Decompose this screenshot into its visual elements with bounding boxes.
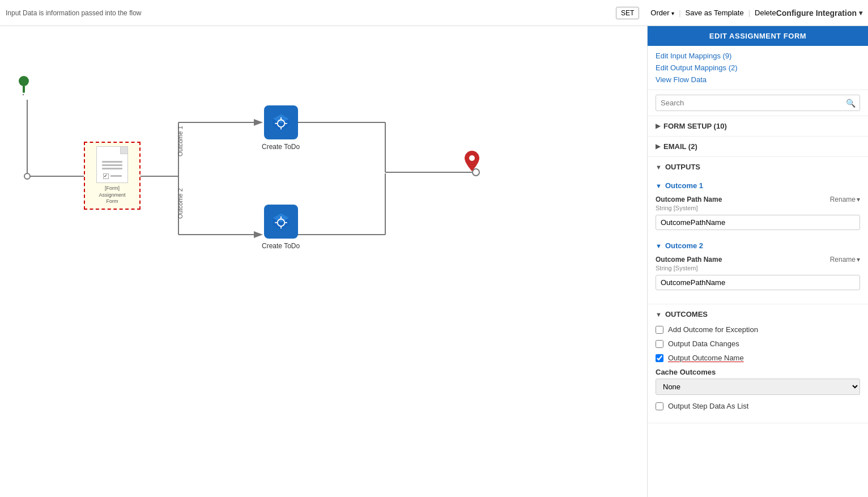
outputs-header[interactable]: ▼ OUTPUTS [648,157,868,177]
info-text: Input Data is information passed into th… [6,9,612,17]
form-check-line [110,175,122,177]
edit-input-mappings-link[interactable]: Edit Input Mappings (9) [656,52,860,60]
outcome-1-rename-chevron-icon: ▾ [857,196,860,203]
email-header[interactable]: ▶ EMAIL (2) [648,137,868,156]
outcome-2-header: ▼ Outcome 2 [656,241,860,250]
email-title: EMAIL (2) [663,142,860,151]
start-pin [18,76,29,95]
svg-text:Outcome 2: Outcome 2 [177,188,184,219]
add-outcome-exception-row: Add Outcome for Exception [656,325,860,334]
form-node-checkbox-area: ✓ [103,173,122,179]
top-bar: Input Data is information passed into th… [0,0,868,26]
right-panel: EDIT ASSIGNMENT FORM Edit Input Mappings… [647,26,868,497]
view-flow-data-link[interactable]: View Flow Data [656,75,860,84]
outcome-1-field-sublabel: String [System] [656,205,722,211]
outcome-2-rename-chevron-icon: ▾ [857,256,860,264]
svg-point-35 [469,155,475,161]
outputs-content: ▼ Outcome 1 Outcome Path Name String [Sy… [648,181,868,304]
form-line-2 [102,164,122,166]
end-pin-marker [463,150,480,172]
cache-outcomes-label: Cache Outcomes [656,368,860,376]
outcome-1-field-label: Outcome Path Name [656,196,722,203]
outcome-1-header: ▼ Outcome 1 [656,181,860,190]
outcome-2-field-label: Outcome Path Name [656,256,722,264]
outcome-2-field-row: Outcome Path Name String [System] Rename… [656,256,860,274]
cache-outcomes-select[interactable]: None Session Permanent [656,379,860,395]
search-box: 🔍 [648,90,868,116]
output-step-data-row: Output Step Data As List [656,402,860,410]
create-todo-node-2[interactable]: Create ToDo [262,205,300,250]
output-data-changes-label: Output Data Changes [668,339,739,348]
outputs-chevron-icon: ▼ [656,164,662,171]
flow-connections: Outcome 1 Outcome 2 [0,26,647,497]
outcomes-section: ▼ OUTCOMES Add Outcome for Exception Out… [648,304,868,423]
svg-point-2 [24,173,30,179]
form-line-1 [102,161,122,163]
form-setup-chevron-icon: ▶ [656,122,660,130]
configure-chevron-icon: ▾ [859,9,862,17]
outcome-2-title[interactable]: Outcome 2 [665,241,860,250]
output-step-data-label: Output Step Data As List [668,402,748,410]
email-chevron-icon: ▶ [656,143,660,150]
edit-output-mappings-link[interactable]: Edit Output Mappings (2) [656,63,860,72]
search-icon: 🔍 [846,99,856,108]
form-node-label: [Form]AssignmentForm [99,185,125,205]
output-outcome-name-row: Output Outcome Name [656,354,860,362]
add-outcome-exception-label: Add Outcome for Exception [668,325,758,334]
outputs-title: OUTPUTS [665,163,860,171]
form-setup-title: FORM SETUP (10) [663,122,860,130]
outcome-2-rename-link[interactable]: Rename ▾ [830,256,860,264]
configure-integration-dropdown[interactable]: Configure Integration ▾ [776,9,862,18]
end-pin [463,150,480,174]
cube-icon-2 [271,211,291,232]
delete-link[interactable]: Delete [755,9,776,17]
main-layout: Outcome 1 Outcome 2 ✓ [0,26,868,497]
set-button[interactable]: SET [616,7,639,19]
add-outcome-exception-checkbox[interactable] [656,326,663,334]
outcome-1-path-input[interactable] [656,215,860,230]
todo-2-label: Create ToDo [262,242,300,250]
outcomes-section-header[interactable]: ▼ OUTCOMES [656,310,860,318]
form-setup-section: ▶ FORM SETUP (10) [648,116,868,137]
outcome-1-field-row: Outcome Path Name String [System] Rename… [656,196,860,214]
output-data-changes-row: Output Data Changes [656,339,860,348]
panel-links: Edit Input Mappings (9) Edit Output Mapp… [648,46,868,90]
todo-2-icon-box [264,205,298,239]
form-node-inner: ✓ [Form]AssignmentForm [84,142,141,210]
outcome-2-chevron-icon: ▼ [656,243,662,249]
top-bar-actions: Order ▾ | Save as Template | Delete [650,9,776,17]
cube-icon-1 [271,112,291,133]
svg-text:Outcome 1: Outcome 1 [177,126,184,156]
output-data-changes-checkbox[interactable] [656,340,663,348]
form-setup-header[interactable]: ▶ FORM SETUP (10) [648,116,868,136]
outputs-section: ▼ OUTPUTS ▼ Outcome 1 Outcome Path Name … [648,157,868,304]
output-outcome-name-label: Output Outcome Name [668,354,744,362]
todo-1-label: Create ToDo [262,143,300,151]
start-pin-marker [18,76,29,93]
form-node-lines [102,159,122,171]
outcome-1-title[interactable]: Outcome 1 [665,181,860,190]
outcome-1-rename-link[interactable]: Rename ▾ [830,196,860,203]
form-node-paper: ✓ [96,146,128,183]
form-node[interactable]: ✓ [Form]AssignmentForm [84,142,141,210]
search-input[interactable] [656,95,860,111]
email-section: ▶ EMAIL (2) [648,137,868,157]
form-line-3 [102,168,122,169]
todo-1-icon-box [264,105,298,139]
order-chevron-icon: ▾ [671,10,674,16]
outcome-2-path-input[interactable] [656,275,860,290]
save-template-link[interactable]: Save as Template [686,9,744,17]
outcome-1-chevron-icon: ▼ [656,182,662,189]
output-step-data-checkbox[interactable] [656,402,663,410]
output-outcome-name-checkbox[interactable] [656,354,663,362]
outcome-2-field-sublabel: String [System] [656,265,722,271]
panel-header: EDIT ASSIGNMENT FORM [648,26,868,46]
outcomes-chevron-icon: ▼ [656,311,662,318]
form-check-icon: ✓ [103,173,109,179]
flow-canvas[interactable]: Outcome 1 Outcome 2 ✓ [0,26,647,497]
order-dropdown[interactable]: Order ▾ [650,9,674,17]
create-todo-node-1[interactable]: Create ToDo [262,105,300,151]
outcomes-section-title: OUTCOMES [665,310,860,318]
